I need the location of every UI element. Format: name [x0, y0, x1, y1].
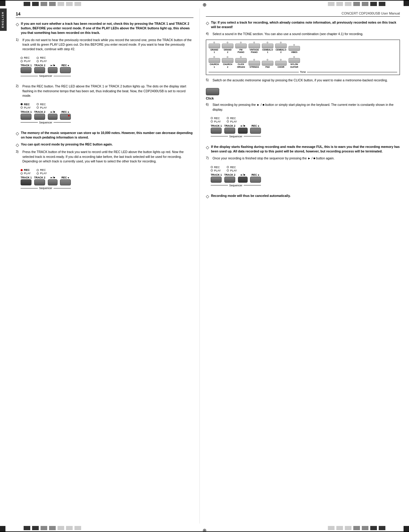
tone-divider-label: Tone	[300, 70, 306, 73]
diamond-item-right-1: ◇ Tip: If you select a track for recordi…	[206, 20, 400, 29]
playstop-label-1: ►/■	[50, 64, 55, 67]
rec-led-1b	[37, 57, 39, 59]
tone-strings[interactable]: STRINGS	[249, 59, 260, 68]
page-number: 14	[16, 11, 21, 16]
playstop-btn-3[interactable]: ►/■	[48, 176, 58, 185]
nylonguitar-label: NYLONGUITAR	[290, 63, 298, 68]
click-section: Click	[206, 88, 400, 100]
rec-btn-label-1: REC ●	[61, 64, 69, 67]
strings-label: STRINGS	[249, 66, 259, 68]
grand2-shape	[222, 44, 233, 48]
button-row-r2: TRACK 1 TRACK 2 ►/■ REC ●	[211, 173, 261, 183]
track2-label-r1: TRACK 2	[224, 124, 236, 127]
tone-cembalo1[interactable]: CEMBALO1	[262, 42, 273, 54]
track1-btn-2[interactable]: TRACK 1	[21, 110, 32, 120]
tone-clickorgan[interactable]: CLICKORGAN	[235, 56, 247, 68]
diamond-text-right-1: Tip: If you select a track for recording…	[211, 20, 400, 29]
num-7: 7)	[206, 156, 211, 161]
rec-btn-3[interactable]: REC ●	[60, 176, 71, 185]
clickorgan-led	[240, 56, 242, 58]
diamond-text-1: If you are not sure whether a track has …	[21, 21, 193, 35]
cembalo1-label: CEMBALO1	[262, 49, 273, 54]
top-left-marks	[24, 2, 81, 6]
right-column: CONCERT CDP2400USB User Manual ◇ Tip: If…	[200, 8, 409, 524]
track2-btn-r2[interactable]: TRACK 2	[224, 173, 236, 183]
tone-line-left	[209, 72, 299, 72]
num-4: 4)	[206, 32, 211, 36]
tone-church1[interactable]: CHURCH1	[209, 56, 220, 68]
tone-grand2[interactable]: GRAND2	[222, 42, 233, 54]
playstop-btn-r2[interactable]: ►/■	[238, 173, 248, 183]
led-group-right-1: REC PLAY	[37, 56, 47, 63]
playstop-btn-1[interactable]: ►/■	[48, 64, 58, 73]
track2-shape-r1	[224, 128, 235, 134]
tone-fmpiano[interactable]: FMPIANO	[235, 42, 247, 54]
led-group-left-1: REC PLAY	[21, 56, 31, 63]
church2-led	[227, 56, 228, 58]
seq-divider-2: Sequencer	[21, 121, 71, 124]
sequencer-diagram-right-1: REC PLAY REC PLAY TRACK 1 TRACK 2	[211, 117, 261, 138]
rec-led-3b	[37, 169, 39, 171]
playstop-btn-2[interactable]: ►/■	[48, 110, 58, 120]
diamond-icon-right-1: ◇	[206, 21, 209, 29]
clickorgan-shape	[235, 58, 247, 63]
play-led-r2a	[211, 169, 213, 171]
track1-label-2: TRACK 1	[21, 110, 32, 113]
tone-grand1[interactable]: GRAND1	[209, 42, 220, 54]
tone-church2[interactable]: CHURCH2	[222, 56, 233, 68]
rec-led-r2a	[211, 166, 213, 168]
tone-vintagepiano[interactable]: VINTAGEPIANO	[249, 42, 260, 54]
track2-btn-r1[interactable]: TRACK 2	[224, 124, 236, 134]
bottom-left-marks	[24, 526, 81, 530]
rec-btn-1[interactable]: REC ●	[60, 64, 71, 73]
rec-btn-2[interactable]: REC ●	[60, 110, 71, 120]
rec-btn-r2[interactable]: REC ●	[250, 173, 261, 183]
num-5: 5)	[206, 78, 211, 83]
tone-choir[interactable]: CHOIR	[275, 59, 287, 68]
track1-btn-1[interactable]: TRACK 1	[21, 64, 32, 73]
strings-led	[253, 59, 255, 60]
track1-btn-r1[interactable]: TRACK 1	[211, 124, 222, 134]
church1-shape	[209, 58, 220, 63]
vintagepiano-shape	[249, 44, 260, 48]
num-2: 2)	[16, 84, 21, 98]
play-led-r1a	[211, 120, 213, 122]
rec-btn-label-r1: REC ●	[252, 124, 259, 127]
num-content-6: Start recording by pressing the ► / ■ bu…	[213, 103, 400, 112]
track2-btn-1[interactable]: TRACK 2	[34, 64, 45, 73]
seq-label-3: Sequencer	[39, 187, 52, 190]
track2-btn-3[interactable]: TRACK 2	[34, 176, 45, 185]
tone-cembalo2[interactable]: CEMBALO2	[275, 42, 287, 54]
led-group-left-r1: REC PLAY	[211, 117, 221, 123]
click-playstop-btn[interactable]	[206, 88, 219, 95]
playstop-label-r2: ►/■	[240, 173, 245, 176]
tone-pad[interactable]: PAD	[262, 59, 273, 68]
seq-label-r1: Sequencer	[229, 135, 242, 138]
nylonguitar-shape	[289, 58, 300, 63]
grand1-shape	[209, 44, 220, 48]
numbered-item-7: 7) Once your recording is finished stop …	[206, 156, 400, 161]
church1-led	[213, 56, 215, 58]
track2-btn-2[interactable]: TRACK 2	[34, 110, 45, 120]
sequencer-diagram-right-2: REC PLAY REC PLAY TRACK 1 TRACK 2	[211, 166, 261, 187]
diamond-text-right-3: Recording mode will thus be canceled aut…	[211, 194, 291, 199]
content-area: 14 ◇ If you are not sure whether a track…	[0, 8, 409, 524]
seq-label-r2: Sequencer	[229, 184, 242, 187]
rec-btn-r1[interactable]: REC ●	[250, 124, 261, 134]
playstop-btn-r1[interactable]: ►/■	[238, 124, 248, 134]
numbered-item-3: 3) Press the TRACK button of the track y…	[16, 150, 193, 164]
rec-shape-1	[60, 67, 71, 73]
tone-vibes[interactable]: VIBES	[289, 44, 300, 54]
rec-led-r1a	[211, 117, 213, 119]
play-led-2b	[37, 106, 39, 109]
pad-led	[267, 59, 268, 60]
rec-shape-3	[60, 179, 71, 185]
track1-btn-r2[interactable]: TRACK 1	[211, 173, 222, 183]
track1-btn-3[interactable]: TRACK 1	[21, 176, 32, 185]
track1-shape-3	[21, 179, 31, 185]
tone-divider-row: Tone	[209, 70, 397, 73]
diamond-text-2: The memory of the music sequencer can st…	[21, 131, 193, 140]
page-header-left: 14	[16, 11, 193, 18]
tone-nylonguitar[interactable]: NYLONGUITAR	[289, 56, 300, 68]
play-led-r2b	[227, 169, 229, 171]
